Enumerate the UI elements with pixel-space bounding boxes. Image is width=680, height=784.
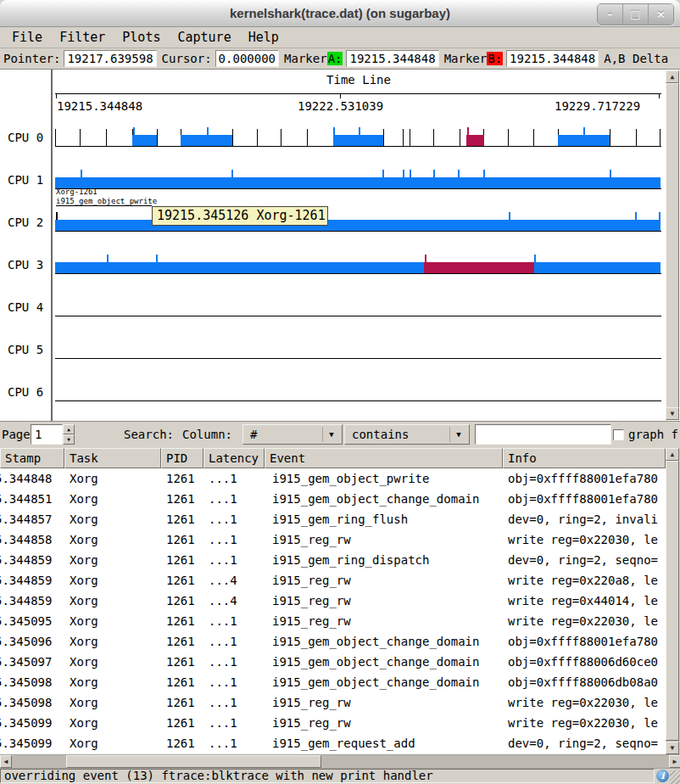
- table-cell: 1261: [161, 713, 203, 733]
- event-tick: [281, 129, 281, 146]
- event-tick: [133, 127, 135, 135]
- table-cell: 1261: [161, 468, 203, 489]
- table-cell: ...4: [203, 570, 265, 591]
- scroll-up-icon[interactable]: ▲: [666, 448, 679, 461]
- event-tick: [467, 127, 469, 135]
- table-cell: i915_reg_rw: [265, 591, 503, 611]
- table-horizontal-scrollbar[interactable]: ◀ ▶: [0, 754, 680, 769]
- event-tick: [157, 129, 158, 146]
- search-input[interactable]: [475, 424, 611, 445]
- event-tick: [460, 129, 460, 146]
- table-cell: Xorg: [64, 529, 161, 550]
- match-select[interactable]: contains ▼: [344, 424, 470, 445]
- timeline-bar: [132, 135, 157, 146]
- table-cell: obj=0xffff88006d60ce0: [503, 652, 666, 672]
- graph-vertical-scrollbar[interactable]: ▲ ▼: [666, 70, 679, 420]
- menu-item-filter[interactable]: Filter: [51, 29, 114, 46]
- event-tick: [307, 129, 308, 146]
- menu-item-file[interactable]: File: [3, 29, 51, 46]
- column-header-info[interactable]: Info: [503, 448, 666, 468]
- cpu-row-6[interactable]: [55, 380, 661, 401]
- cpu-row-4[interactable]: [55, 295, 661, 316]
- page-input[interactable]: 1: [31, 424, 63, 445]
- spin-down-icon[interactable]: ▼: [63, 434, 75, 445]
- close-button[interactable]: ×: [648, 4, 673, 25]
- table-row[interactable]: 5.344859Xorg1261...1i915_gem_ring_dispat…: [0, 550, 666, 570]
- resize-grip[interactable]: [670, 770, 680, 784]
- marker-a-badge[interactable]: A:: [327, 52, 343, 65]
- event-tick: [660, 129, 660, 146]
- table-cell: obj=0xffff88006db08a0: [503, 672, 666, 692]
- table-row[interactable]: 5.345098Xorg1261...1i915_gem_object_chan…: [0, 672, 666, 692]
- table-row[interactable]: 5.344857Xorg1261...1i915_gem_ring_flushd…: [0, 509, 666, 529]
- table-row[interactable]: 5.345097Xorg1261...1i915_gem_object_chan…: [0, 652, 666, 672]
- close-icon: ×: [656, 8, 666, 20]
- table-cell: 5.344859: [0, 550, 64, 570]
- ruler-tick: [659, 93, 660, 98]
- table-row[interactable]: 5.345098Xorg1261...1i915_reg_rwwrite reg…: [0, 692, 666, 713]
- event-tick: [207, 127, 209, 135]
- timeline-plot[interactable]: Time Line 19215.344848 19222.531039 1922…: [55, 70, 662, 421]
- table-cell: ...1: [203, 692, 265, 713]
- cpu-row-2[interactable]: [55, 210, 661, 232]
- event-tick: [610, 129, 610, 146]
- table-cell: ...1: [203, 713, 265, 733]
- titlebar[interactable]: kernelshark(trace.dat) (on sugarbay) – □…: [0, 0, 680, 27]
- hscrollbar-thumb[interactable]: [66, 755, 321, 768]
- status-bar: overriding event (13) ftrace:blktrace wi…: [0, 769, 680, 784]
- cpu-row-3[interactable]: [55, 253, 661, 274]
- menu-item-help[interactable]: Help: [240, 29, 287, 46]
- pointer-value: 19217.639598: [64, 50, 156, 67]
- table-cell: 1261: [161, 672, 203, 692]
- table-row[interactable]: 5.345099Xorg1261...1i915_gem_request_add…: [0, 733, 666, 753]
- column-header-pid[interactable]: PID: [161, 448, 203, 468]
- table-row[interactable]: 5.344851Xorg1261...1i915_gem_object_chan…: [0, 489, 666, 509]
- column-header-event[interactable]: Event: [265, 448, 503, 468]
- graph-follows-checkbox[interactable]: [613, 429, 624, 440]
- table-row[interactable]: 5.344848Xorg1261...1i915_gem_object_pwri…: [0, 468, 666, 489]
- column-header-latency[interactable]: Latency: [203, 448, 265, 468]
- graph-scrollbar-thumb[interactable]: [666, 83, 679, 408]
- column-header-task[interactable]: Task: [64, 448, 161, 468]
- table-row[interactable]: 5.345099Xorg1261...1i915_reg_rwwrite reg…: [0, 713, 666, 733]
- table-row[interactable]: 5.345096Xorg1261...1i915_gem_object_chan…: [0, 631, 666, 652]
- menu-item-capture[interactable]: Capture: [169, 29, 239, 46]
- scroll-right-icon[interactable]: ▶: [669, 755, 680, 768]
- table-cell: 5.344859: [0, 570, 64, 591]
- event-tick: [403, 129, 404, 146]
- event-tick: [533, 129, 534, 146]
- match-select-value: contains: [352, 428, 409, 441]
- table-cell: i915_gem_object_change_domain: [265, 631, 503, 652]
- scroll-down-icon[interactable]: ▼: [666, 407, 679, 420]
- table-vertical-scrollbar[interactable]: ▲ ▼: [666, 448, 679, 754]
- event-tick: [583, 127, 585, 135]
- scroll-up-icon[interactable]: ▲: [666, 70, 679, 83]
- scroll-left-icon[interactable]: ◀: [0, 755, 12, 768]
- marker-b-badge[interactable]: B:: [487, 52, 503, 65]
- spin-up-icon[interactable]: ▲: [63, 424, 75, 434]
- table-cell: i915_reg_rw: [265, 570, 503, 591]
- column-header-stamp[interactable]: Stamp: [0, 448, 64, 468]
- table-row[interactable]: 5.345095Xorg1261...1i915_reg_rwwrite reg…: [0, 611, 666, 631]
- table-cell: i915_gem_ring_flush: [265, 509, 503, 529]
- table-cell: 5.344848: [0, 468, 64, 489]
- maximize-button[interactable]: □: [622, 4, 648, 25]
- column-select[interactable]: # ▼: [242, 424, 343, 445]
- marker-a-label: Marker: [284, 52, 327, 65]
- info-icon[interactable]: i: [656, 770, 669, 782]
- table-scrollbar-thumb[interactable]: [666, 461, 679, 741]
- cpu-row-0[interactable]: [55, 126, 661, 147]
- search-label: Search:: [124, 422, 174, 448]
- column-label: Column:: [182, 422, 232, 448]
- table-cell: ...1: [203, 529, 265, 550]
- table-cell: Xorg: [64, 713, 161, 733]
- minimize-button[interactable]: –: [598, 4, 622, 25]
- table-row[interactable]: 5.344859Xorg1261...4i915_reg_rwwrite reg…: [0, 591, 666, 611]
- menu-item-plots[interactable]: Plots: [114, 29, 169, 46]
- table-row[interactable]: 5.344859Xorg1261...4i915_reg_rwwrite reg…: [0, 570, 666, 591]
- scroll-down-icon[interactable]: ▼: [666, 742, 679, 754]
- cpu-row-5[interactable]: [55, 338, 661, 359]
- table-row[interactable]: 5.344858Xorg1261...1i915_reg_rwwrite reg…: [0, 529, 666, 550]
- cpu-row-1[interactable]: [55, 168, 661, 189]
- table-cell: i915_reg_rw: [265, 529, 503, 550]
